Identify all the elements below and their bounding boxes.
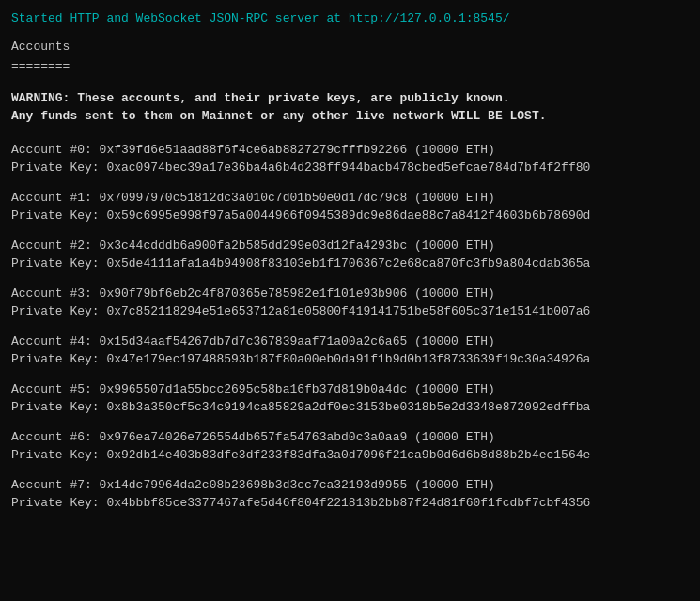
- account-block-7: Account #7: 0x14dc79964da2c08b23698b3d3c…: [11, 476, 689, 513]
- warning-block: WARNING: These accounts, and their priva…: [11, 89, 689, 126]
- accounts-list: Account #0: 0xf39fd6e51aad88f6f4ce6ab882…: [11, 141, 689, 513]
- account-block-6: Account #6: 0x976ea74026e726554db657fa54…: [11, 428, 689, 465]
- terminal-output: Started HTTP and WebSocket JSON-RPC serv…: [11, 9, 689, 513]
- account-address-2: Account #2: 0x3c44cdddb6a900fa2b585dd299…: [11, 237, 689, 255]
- account-address-5: Account #5: 0x9965507d1a55bcc2695c58ba16…: [11, 380, 689, 399]
- account-private-key-6: Private Key: 0x92db14e403b83dfe3df233f83…: [11, 446, 689, 465]
- warning-line-2: Any funds sent to them on Mainnet or any…: [11, 107, 689, 126]
- account-address-1: Account #1: 0x70997970c51812dc3a010c7d01…: [11, 189, 689, 208]
- account-private-key-2: Private Key: 0x5de4111afa1a4b94908f83103…: [11, 254, 689, 273]
- account-private-key-3: Private Key: 0x7c852118294e51e653712a81e…: [11, 302, 689, 321]
- account-block-5: Account #5: 0x9965507d1a55bcc2695c58ba16…: [11, 380, 689, 417]
- account-address-0: Account #0: 0xf39fd6e51aad88f6f4ce6ab882…: [11, 141, 689, 160]
- warning-line-1: WARNING: These accounts, and their priva…: [11, 89, 689, 108]
- account-address-3: Account #3: 0x90f79bf6eb2c4f870365e78598…: [11, 285, 689, 303]
- server-start-line: Started HTTP and WebSocket JSON-RPC serv…: [11, 9, 689, 28]
- account-address-6: Account #6: 0x976ea74026e726554db657fa54…: [11, 428, 689, 447]
- account-block-1: Account #1: 0x70997970c51812dc3a010c7d01…: [11, 189, 689, 225]
- account-private-key-5: Private Key: 0x8b3a350cf5c34c9194ca85829…: [11, 398, 689, 417]
- account-block-3: Account #3: 0x90f79bf6eb2c4f870365e78598…: [11, 285, 689, 321]
- account-address-4: Account #4: 0x15d34aaf54267db7d7c367839a…: [11, 332, 689, 351]
- account-private-key-4: Private Key: 0x47e179ec197488593b187f80a…: [11, 350, 689, 369]
- account-block-4: Account #4: 0x15d34aaf54267db7d7c367839a…: [11, 332, 689, 369]
- account-private-key-7: Private Key: 0x4bbbf85ce3377467afe5d46f8…: [11, 494, 689, 513]
- account-block-2: Account #2: 0x3c44cdddb6a900fa2b585dd299…: [11, 237, 689, 273]
- account-address-7: Account #7: 0x14dc79964da2c08b23698b3d3c…: [11, 476, 689, 495]
- accounts-underline: ========: [11, 57, 689, 76]
- accounts-title: Accounts: [11, 38, 689, 56]
- account-block-0: Account #0: 0xf39fd6e51aad88f6f4ce6ab882…: [11, 141, 689, 177]
- account-private-key-0: Private Key: 0xac0974bec39a17e36ba4a6b4d…: [11, 159, 689, 177]
- account-private-key-1: Private Key: 0x59c6995e998f97a5a0044966f…: [11, 207, 689, 225]
